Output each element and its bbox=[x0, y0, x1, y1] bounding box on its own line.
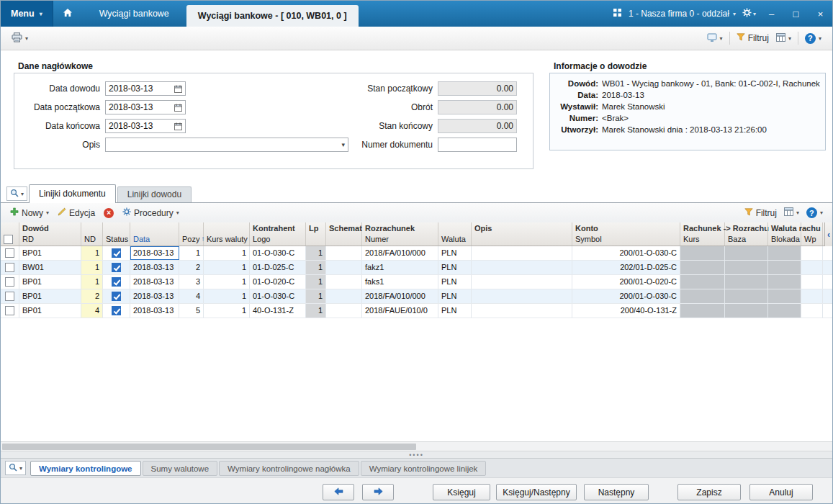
cell-lp[interactable]: 1 bbox=[306, 275, 326, 289]
cell-baza[interactable] bbox=[725, 289, 768, 303]
column-header-symbol[interactable]: KontoSymbol bbox=[572, 222, 680, 246]
field-input-opis[interactable]: ▾ bbox=[105, 138, 348, 152]
column-header-status[interactable]: Status bbox=[103, 222, 130, 246]
select-all-checkbox[interactable] bbox=[4, 235, 13, 244]
cell-blokada[interactable] bbox=[768, 304, 801, 318]
cell-status[interactable] bbox=[103, 304, 130, 318]
view-options-button[interactable]: ▾ bbox=[703, 31, 726, 46]
cell-wp[interactable] bbox=[801, 261, 823, 274]
home-button[interactable] bbox=[53, 1, 82, 27]
cell-waluta[interactable]: PLN bbox=[438, 275, 472, 289]
cell-nd[interactable]: 4 bbox=[81, 304, 103, 318]
cell-schemat[interactable] bbox=[326, 261, 362, 274]
calendar-icon[interactable] bbox=[174, 104, 182, 112]
company-selector[interactable]: 1 - Nasza firma 0 - oddział ▾ bbox=[629, 9, 736, 19]
cell-date[interactable]: 2018-03-13 bbox=[130, 304, 179, 318]
tab-wyciagi-bankowe[interactable]: Wyciągi bankowe bbox=[82, 1, 186, 27]
column-header-schemat[interactable]: Schemat bbox=[326, 222, 362, 246]
anuluj-button[interactable]: Anuluj bbox=[749, 484, 813, 500]
cell-symbol[interactable]: 200/01-O-030-C bbox=[572, 289, 680, 303]
cell-rd[interactable]: BW01 bbox=[19, 261, 81, 274]
cell-poz[interactable]: 2 bbox=[179, 261, 204, 274]
tab-linijki-dokumentu[interactable]: Linijki dokumentu bbox=[29, 184, 116, 203]
grid-row-3[interactable]: BP0112018-03-133101-O-020-C1faks1PLN200/… bbox=[1, 275, 832, 289]
cell-wp[interactable] bbox=[801, 289, 823, 303]
cell-schemat[interactable] bbox=[326, 246, 362, 260]
cell-date[interactable]: 2018-03-13 bbox=[130, 261, 179, 274]
cell-baza[interactable] bbox=[725, 246, 768, 260]
cell-kurs[interactable]: 1 bbox=[204, 275, 250, 289]
cell-nd[interactable]: 1 bbox=[81, 275, 103, 289]
cell-blokada[interactable] bbox=[768, 275, 801, 289]
cell-cb[interactable] bbox=[1, 289, 19, 303]
cell-poz[interactable]: 5 bbox=[179, 304, 204, 318]
cell-nd[interactable]: 1 bbox=[81, 246, 103, 260]
cell-schemat[interactable] bbox=[326, 289, 362, 303]
column-header-date[interactable]: Data bbox=[130, 222, 179, 246]
cell-date[interactable]: 2018-03-13 bbox=[130, 289, 179, 303]
cell-waluta[interactable]: PLN bbox=[438, 289, 472, 303]
grid-settings-button[interactable]: ▾ bbox=[773, 31, 795, 46]
cell-wp[interactable] bbox=[801, 275, 823, 289]
cell-wp[interactable] bbox=[801, 246, 823, 260]
column-header-baza[interactable]: Baza bbox=[725, 222, 768, 246]
row-select-checkbox[interactable] bbox=[5, 248, 14, 258]
field-input-numer-dokumentu[interactable] bbox=[438, 138, 517, 152]
column-header-blokada[interactable]: Waluta rachuBlokada bbox=[768, 222, 801, 246]
new-button[interactable]: Nowy ▾ bbox=[6, 205, 53, 220]
procedures-button[interactable]: Procedury ▾ bbox=[119, 205, 183, 220]
cell-status[interactable] bbox=[103, 275, 130, 289]
cell-poz[interactable]: 3 bbox=[179, 275, 204, 289]
column-header-wp[interactable]: Wp bbox=[801, 222, 823, 246]
edit-button[interactable]: Edycja bbox=[54, 205, 99, 220]
column-header-lp[interactable]: Lp bbox=[306, 222, 326, 246]
cell-rkurs[interactable] bbox=[680, 289, 725, 303]
cell-wp[interactable] bbox=[801, 304, 823, 318]
panel-splitter[interactable]: •••• bbox=[1, 451, 832, 458]
tab-wymiary-kontrolingowe-naglowka[interactable]: Wymiary kontrolingowe nagłówka bbox=[219, 461, 359, 476]
column-header-rkurs[interactable]: Rachunek -> RozrachuKurs bbox=[680, 222, 725, 246]
field-input-data-dowodu[interactable]: 2018-03-13 bbox=[105, 81, 186, 96]
cell-schemat[interactable] bbox=[326, 275, 362, 289]
cell-status[interactable] bbox=[103, 246, 130, 260]
bottom-search-dropdown[interactable]: ▾ bbox=[5, 461, 26, 475]
help-button[interactable]: ? ▾ bbox=[801, 31, 825, 46]
menu-button[interactable]: Menu ▾ bbox=[1, 1, 53, 27]
column-header-rd[interactable]: DowódRD bbox=[19, 222, 81, 246]
cell-symbol[interactable]: 200/40-O-131-Z bbox=[572, 304, 680, 318]
cell-baza[interactable] bbox=[725, 304, 768, 318]
filter-button[interactable]: Filtruj bbox=[733, 31, 773, 45]
column-header-kurs[interactable]: Kurs waluty bbox=[204, 222, 250, 246]
cell-baza[interactable] bbox=[725, 275, 768, 289]
cell-blokada[interactable] bbox=[768, 289, 801, 303]
close-button[interactable]: × bbox=[811, 1, 829, 27]
cell-numer[interactable]: 2018/FA/010/000 bbox=[362, 289, 438, 303]
minimize-button[interactable]: – bbox=[762, 1, 780, 27]
column-header-cb[interactable] bbox=[1, 222, 19, 246]
column-header-opis[interactable]: Opis bbox=[472, 222, 572, 246]
cell-symbol[interactable]: 200/01-O-020-C bbox=[572, 275, 680, 289]
cell-logo[interactable]: 40-O-131-Z bbox=[250, 304, 306, 318]
scroll-columns-left-icon[interactable]: ‹ bbox=[824, 222, 832, 246]
settings-button[interactable]: ▾ bbox=[742, 8, 756, 19]
cell-numer[interactable]: fakz1 bbox=[362, 261, 438, 274]
row-select-checkbox[interactable] bbox=[5, 277, 14, 287]
grid-columns-button[interactable]: ▾ bbox=[780, 205, 803, 220]
horizontal-scrollbar[interactable] bbox=[1, 441, 832, 451]
maximize-button[interactable]: □ bbox=[787, 1, 805, 27]
cell-nd[interactable]: 1 bbox=[81, 261, 103, 274]
delete-button[interactable]: × bbox=[100, 206, 117, 220]
cell-rkurs[interactable] bbox=[680, 261, 725, 274]
cell-rkurs[interactable] bbox=[680, 304, 725, 318]
status-checkbox[interactable] bbox=[112, 277, 121, 287]
cell-kurs[interactable]: 1 bbox=[204, 261, 250, 274]
calendar-icon[interactable] bbox=[174, 122, 182, 130]
calendar-icon[interactable] bbox=[174, 85, 182, 93]
cell-poz[interactable]: 4 bbox=[179, 289, 204, 303]
grid-row-5[interactable]: BP0142018-03-135140-O-131-Z12018/FAUE/01… bbox=[1, 304, 832, 318]
column-header-waluta[interactable]: Waluta bbox=[438, 222, 472, 246]
cell-opis[interactable] bbox=[472, 289, 572, 303]
tab-sumy-walutowe[interactable]: Sumy walutowe bbox=[143, 461, 218, 476]
cell-logo[interactable]: 01-O-030-C bbox=[250, 289, 306, 303]
status-checkbox[interactable] bbox=[112, 263, 121, 272]
